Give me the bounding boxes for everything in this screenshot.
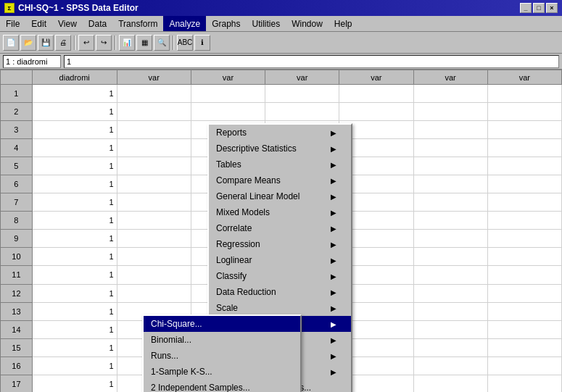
cell-var1[interactable] <box>117 212 191 230</box>
cell-var1[interactable] <box>117 121 191 139</box>
cell-diadromi[interactable]: 1 <box>32 338 117 356</box>
cell-var5[interactable] <box>413 193 487 212</box>
cell-diadromi[interactable]: 1 <box>32 193 117 212</box>
col-header-var5[interactable]: var <box>413 70 487 85</box>
col-header-var1[interactable]: var <box>117 70 191 85</box>
cell-var6[interactable] <box>487 175 561 193</box>
cell-var6[interactable] <box>487 338 561 356</box>
menu-help[interactable]: Help <box>328 16 358 31</box>
cell-var5[interactable] <box>413 248 487 266</box>
cell-diadromi[interactable]: 1 <box>32 266 117 284</box>
menu-window[interactable]: Window <box>286 16 328 31</box>
cell-var5[interactable] <box>413 375 487 392</box>
analyze-menu-item-compare-means[interactable]: Compare Means▶ <box>209 172 351 188</box>
menu-graphs[interactable]: Graphs <box>206 16 246 31</box>
cell-var5[interactable] <box>413 266 487 284</box>
menu-edit[interactable]: Edit <box>25 16 52 31</box>
analyze-menu-item-loglinear[interactable]: Loglinear▶ <box>209 252 351 268</box>
open-btn[interactable]: 📂 <box>20 35 36 51</box>
cell-diadromi[interactable]: 1 <box>32 121 117 139</box>
undo-btn[interactable]: ↩ <box>78 35 94 51</box>
save-btn[interactable]: 💾 <box>38 35 54 51</box>
nonparametric-submenu[interactable]: Chi-Square...Binomial...Runs...1-Sample … <box>142 314 302 392</box>
cell-var1[interactable] <box>117 103 191 121</box>
cell-var6[interactable] <box>487 121 561 139</box>
analyze-menu-item-tables[interactable]: Tables▶ <box>209 157 351 172</box>
cell-var5[interactable] <box>413 85 487 103</box>
menu-analyze[interactable]: Analyze <box>163 16 206 31</box>
new-btn[interactable]: 📄 <box>3 35 19 51</box>
cell-diadromi[interactable]: 1 <box>32 356 117 375</box>
cell-var5[interactable] <box>413 121 487 139</box>
cell-var5[interactable] <box>413 139 487 157</box>
cell-var1[interactable] <box>117 139 191 157</box>
analyze-menu-item-data-reduction[interactable]: Data Reduction▶ <box>209 284 351 300</box>
cell-diadromi[interactable]: 1 <box>32 302 117 320</box>
cell-var6[interactable] <box>487 284 561 302</box>
analyze-menu-item-reports[interactable]: Reports▶ <box>209 125 351 141</box>
cell-var1[interactable] <box>117 248 191 266</box>
cell-diadromi[interactable]: 1 <box>32 284 117 302</box>
cell-var1[interactable] <box>117 85 191 103</box>
cell-var5[interactable] <box>413 157 487 175</box>
cell-diadromi[interactable]: 1 <box>32 175 117 193</box>
cell-var6[interactable] <box>487 266 561 284</box>
cell-var5[interactable] <box>413 356 487 375</box>
cell-var6[interactable] <box>487 139 561 157</box>
analyze-menu-item-correlate[interactable]: Correlate▶ <box>209 220 351 236</box>
col-header-diadromi[interactable]: diadromi <box>32 70 117 85</box>
analyze-menu-item-scale[interactable]: Scale▶ <box>209 300 351 316</box>
print-btn[interactable]: 🖨 <box>55 35 71 51</box>
cell-diadromi[interactable]: 1 <box>32 212 117 230</box>
cell-var1[interactable] <box>117 230 191 248</box>
cell-diadromi[interactable]: 1 <box>32 375 117 392</box>
menu-data[interactable]: Data <box>83 16 112 31</box>
cell-var3[interactable] <box>265 85 339 103</box>
cell-var5[interactable] <box>413 302 487 320</box>
cell-var6[interactable] <box>487 356 561 375</box>
cell-diadromi[interactable]: 1 <box>32 157 117 175</box>
info-btn[interactable]: ℹ <box>194 35 210 51</box>
menu-file[interactable]: File <box>0 16 25 31</box>
cell-var6[interactable] <box>487 320 561 338</box>
spell-btn[interactable]: ABC <box>177 35 193 51</box>
menu-utilities[interactable]: Utilities <box>246 16 286 31</box>
cell-var5[interactable] <box>413 212 487 230</box>
cell-var4[interactable] <box>339 85 413 103</box>
submenu-item-runs[interactable]: Runs... <box>144 348 300 364</box>
cell-var5[interactable] <box>413 175 487 193</box>
analyze-menu-item-regression[interactable]: Regression▶ <box>209 236 351 252</box>
cell-diadromi[interactable]: 1 <box>32 320 117 338</box>
cell-var5[interactable] <box>413 338 487 356</box>
find-btn[interactable]: 🔍 <box>154 35 170 51</box>
cell-var6[interactable] <box>487 230 561 248</box>
cell-diadromi[interactable]: 1 <box>32 85 117 103</box>
cell-var1[interactable] <box>117 193 191 212</box>
menu-transform[interactable]: Transform <box>112 16 163 31</box>
cell-var5[interactable] <box>413 320 487 338</box>
cell-var6[interactable] <box>487 212 561 230</box>
analyze-menu-item-mixed-models[interactable]: Mixed Models▶ <box>209 204 351 220</box>
cell-var6[interactable] <box>487 375 561 392</box>
cell-var5[interactable] <box>413 103 487 121</box>
cell-diadromi[interactable]: 1 <box>32 139 117 157</box>
menu-view[interactable]: View <box>52 16 83 31</box>
analyze-menu-item-general-linear[interactable]: General Linear Model▶ <box>209 188 351 204</box>
close-button[interactable]: × <box>546 3 558 13</box>
cell-diadromi[interactable]: 1 <box>32 103 117 121</box>
cell-var6[interactable] <box>487 302 561 320</box>
var-btn[interactable]: ▦ <box>136 35 152 51</box>
minimize-button[interactable]: _ <box>520 3 532 13</box>
submenu-item-chi-square[interactable]: Chi-Square... <box>144 316 300 332</box>
cell-var4[interactable] <box>339 103 413 121</box>
cell-var6[interactable] <box>487 248 561 266</box>
cell-var6[interactable] <box>487 193 561 212</box>
analyze-menu-item-classify[interactable]: Classify▶ <box>209 268 351 284</box>
cell-var1[interactable] <box>117 157 191 175</box>
cell-var6[interactable] <box>487 157 561 175</box>
cell-var3[interactable] <box>265 103 339 121</box>
cell-diadromi[interactable]: 1 <box>32 230 117 248</box>
submenu-item-1-sample-ks[interactable]: 1-Sample K-S... <box>144 364 300 380</box>
cell-var5[interactable] <box>413 284 487 302</box>
cell-var2[interactable] <box>191 85 265 103</box>
